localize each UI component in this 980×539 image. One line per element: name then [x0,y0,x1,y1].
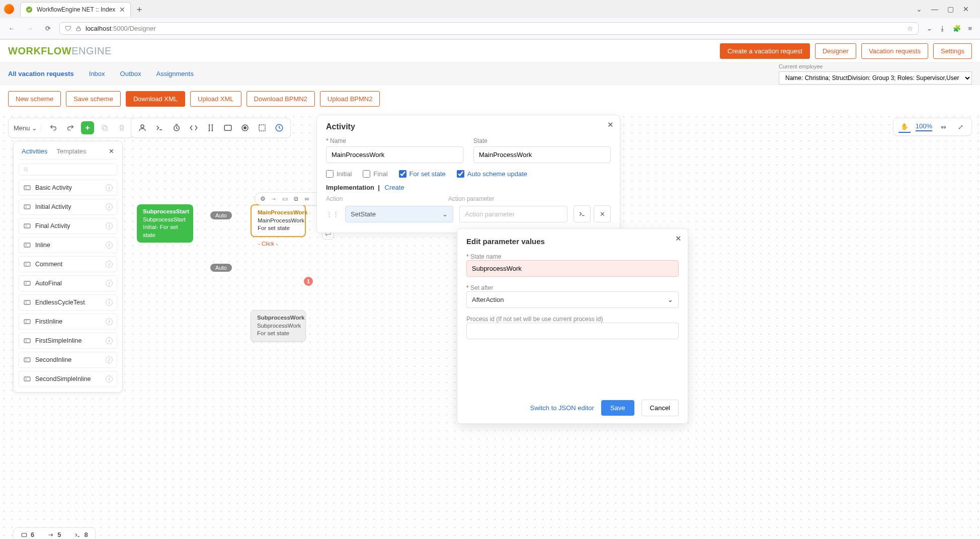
chk-final[interactable]: Final [363,170,387,178]
name-input[interactable] [326,146,463,163]
palette-item[interactable]: AutoFinali [19,275,117,291]
node-subprocesswork[interactable]: SubprocessWork SubprocessWork For set st… [251,310,306,342]
nav-assignments[interactable]: Assignments [156,70,194,78]
tab-close-icon[interactable]: ✕ [119,6,125,14]
palette-search[interactable] [19,164,117,176]
palette-item[interactable]: Basic Activityi [19,180,117,196]
info-icon[interactable]: i [106,242,113,249]
codeactions-icon[interactable] [187,121,201,135]
reload-icon[interactable]: ⟳ [41,22,54,35]
browser-tab[interactable]: WorkflowEngine NET :: Index ✕ [20,2,131,17]
upload-xml-button[interactable]: Upload XML [190,91,241,107]
edit-param-button[interactable] [574,205,591,222]
maximize-icon[interactable]: ▢ [947,5,954,13]
forward-icon[interactable]: → [23,22,36,35]
subpanel-close-icon[interactable]: ✕ [675,234,682,243]
palette-item[interactable]: SecondInlinei [19,352,117,368]
fullscreen-icon[interactable]: ⤢ [954,121,966,133]
chk-initial[interactable]: Initial [326,170,352,178]
action-select[interactable]: SetState⌄ [345,206,453,222]
palette-item[interactable]: Final Activityi [19,218,117,234]
palette-item[interactable]: SecondSimpleInlinei [19,371,117,387]
palette-item[interactable]: Commenti [19,256,117,272]
url-bar[interactable]: 🛡 localhost:5000/Designer ☆ [59,22,919,35]
drag-handle-icon[interactable]: ⋮⋮ [326,210,339,218]
nav-all-requests[interactable]: All vacation requests [8,70,74,78]
fit-width-icon[interactable]: ⇔ [937,121,949,133]
back-icon[interactable]: ← [5,22,18,35]
auto-pill-2[interactable]: Auto [210,264,232,272]
settings-button[interactable]: Settings [933,43,972,59]
save-button[interactable]: Save [601,400,634,416]
palette-item[interactable]: FirstSimpleInlinei [19,333,117,349]
info-icon[interactable]: i [106,261,113,268]
add-icon[interactable] [81,121,94,134]
procid-input[interactable] [466,323,679,339]
palette-item[interactable]: EndlessCycleTesti [19,294,117,311]
palette-item[interactable]: Initial Activityi [19,199,117,215]
delete-icon[interactable] [115,121,128,134]
download-xml-button[interactable]: Download XML [126,91,185,107]
pan-icon[interactable]: ✋ [899,121,911,133]
node-settings-icon[interactable]: ⚙ [258,194,267,203]
palette-item[interactable]: FirstInlinei [19,314,117,330]
processinfo-icon[interactable] [238,121,252,135]
redo-icon[interactable] [64,121,77,134]
copy-icon[interactable] [98,121,111,134]
menu-dropdown[interactable]: Menu ⌄ [14,124,41,132]
actors-icon[interactable] [135,121,149,135]
save-scheme-button[interactable]: Save scheme [66,91,121,107]
action-param-input[interactable]: Action parameter [459,206,567,222]
info-icon[interactable]: i [106,299,113,306]
create-implementation-link[interactable]: Create [385,184,404,191]
localization-icon[interactable] [221,121,235,135]
info-icon[interactable]: i [106,375,113,382]
designer-button[interactable]: Designer [815,43,856,59]
setafter-select[interactable]: AfterAction⌄ [466,291,679,308]
palette-close-icon[interactable]: ✕ [109,147,114,155]
node-mainprocesswork[interactable]: MainProcessWork MainProcessWork For set … [251,204,306,237]
pocket-icon[interactable]: ⌄ [927,25,932,32]
auto-pill-1[interactable]: Auto [210,211,232,219]
palette-item[interactable]: Inlinei [19,237,117,253]
nav-inbox[interactable]: Inbox [89,70,105,78]
extensions-icon[interactable]: 🧩 [953,25,961,32]
downloads-icon[interactable]: ⭳ [939,25,946,32]
create-vacation-button[interactable]: Create a vacation request [720,43,810,59]
vacation-requests-button[interactable]: Vacation requests [861,43,928,59]
panel-close-icon[interactable]: ✕ [607,120,614,129]
remove-action-button[interactable]: ✕ [594,205,611,222]
parameters-icon[interactable] [204,121,218,135]
commands-icon[interactable] [152,121,167,135]
info-icon[interactable]: i [106,337,113,344]
bookmark-star-icon[interactable]: ☆ [907,25,913,32]
info-icon[interactable]: i [106,356,113,363]
node-arrow-icon[interactable]: → [269,194,278,203]
nav-outbox[interactable]: Outbox [120,70,141,78]
chk-autoscheme[interactable]: Auto scheme update [457,170,527,178]
info-icon[interactable]: i [106,184,113,191]
cancel-button[interactable]: Cancel [641,400,679,416]
info-icon[interactable]: i [106,280,113,287]
new-scheme-button[interactable]: New scheme [8,91,61,107]
history-icon[interactable] [272,121,286,135]
menu-icon[interactable]: ≡ [968,25,972,32]
state-input[interactable] [473,146,611,163]
select-icon[interactable] [255,121,269,135]
upload-bpmn-button[interactable]: Upload BPMN2 [320,91,380,107]
chevron-down-icon[interactable]: ⌄ [916,5,922,13]
tab-templates[interactable]: Templates [56,147,86,155]
statename-input[interactable] [466,260,679,277]
minimize-icon[interactable]: — [931,5,938,13]
undo-icon[interactable] [47,121,60,134]
node-subprocess-start[interactable]: SubprocessStart SubprocessStart Initial-… [137,204,193,243]
download-bpmn-button[interactable]: Download BPMN2 [247,91,315,107]
node-link-icon[interactable]: ∞ [302,194,311,203]
timers-icon[interactable] [170,121,184,135]
employee-select[interactable]: Name: Christina; StructDivision: Group 3… [779,71,972,85]
info-icon[interactable]: i [106,222,113,229]
close-window-icon[interactable]: ✕ [963,5,969,13]
zoom-percent[interactable]: 100% [916,122,932,131]
node-inline-icon[interactable]: ▭ [280,194,289,203]
info-icon[interactable]: i [106,203,113,210]
